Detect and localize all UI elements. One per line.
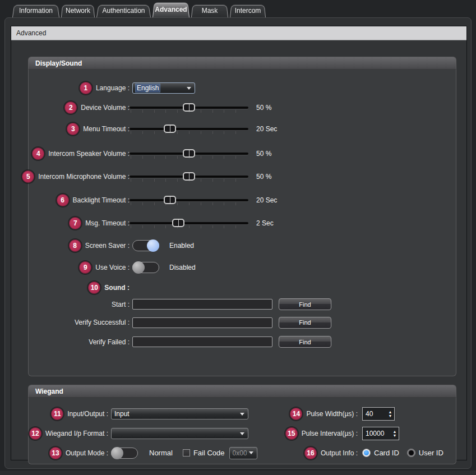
- screen-saver-state: Enabled: [169, 242, 194, 250]
- use-voice-label: Use Voice :: [95, 264, 130, 271]
- start-sound-input[interactable]: [132, 299, 272, 310]
- display-sound-group-body: 1 Language : English 2 Device Volume :: [28, 69, 456, 376]
- slider-track: [130, 222, 248, 224]
- intercom-microphone-volume-slider[interactable]: [130, 170, 248, 183]
- screen-saver-toggle[interactable]: [132, 240, 159, 251]
- wiegand-group-title: Wiegand: [28, 385, 456, 397]
- output-info-options: Card ID User ID: [362, 449, 443, 457]
- pulse-interval-spinner: ▲▼: [362, 427, 399, 440]
- tab-mask[interactable]: Mask: [191, 4, 228, 17]
- fail-code-checkbox[interactable]: [183, 449, 190, 456]
- pulse-interval-row: 15 Pulse Interval(µs) : ▲▼: [284, 423, 456, 443]
- spinner-up-down-icon[interactable]: ▲▼: [391, 427, 399, 440]
- intercom-microphone-volume-label-area: 5 Intercom Microphone Volume :: [29, 170, 130, 183]
- wiegand-left-column: 11 Input/Output : Input 12 Wiega: [29, 404, 284, 464]
- card-id-radio[interactable]: [362, 449, 371, 457]
- msg-timeout-value: 2 Sec: [256, 219, 274, 227]
- intercom-microphone-volume-value: 50 %: [256, 173, 271, 181]
- panel-title: Advanced: [11, 26, 466, 40]
- pulse-width-spinner: ▲▼: [362, 407, 395, 421]
- user-id-option[interactable]: User ID: [407, 449, 443, 457]
- msg-timeout-label-area: 7 Msg. Timeout :: [29, 217, 130, 229]
- use-voice-row: 9 Use Voice : Disabled: [29, 257, 456, 278]
- menu-timeout-label-area: 3 Menu Timeout :: [29, 123, 130, 135]
- fail-code-select[interactable]: 0x00: [229, 447, 257, 459]
- verify-failed-label-area: Verify Failed :: [29, 338, 130, 346]
- tab-authentication[interactable]: Authentication: [96, 4, 151, 17]
- tab-bar: Information Network Authentication Advan…: [0, 0, 476, 17]
- slider-ticks: [131, 225, 247, 228]
- pulse-width-input[interactable]: [363, 408, 386, 420]
- slider-track: [130, 128, 248, 130]
- output-mode-toggle[interactable]: [111, 448, 138, 459]
- start-find-button[interactable]: Find: [279, 298, 331, 310]
- slider-thumb[interactable]: [183, 149, 195, 158]
- output-info-label: Output Info :: [321, 449, 358, 457]
- device-volume-label-area: 2 Device Volume :: [29, 102, 130, 114]
- input-output-row: 11 Input/Output : Input: [29, 404, 284, 423]
- fail-code-label: Fail Code: [193, 449, 225, 457]
- menu-timeout-label: Menu Timeout :: [83, 125, 130, 133]
- slider-thumb[interactable]: [164, 124, 176, 133]
- verify-failed-label: Verify Failed :: [89, 338, 130, 346]
- intercom-microphone-volume-row: 5 Intercom Microphone Volume : 50 %: [29, 165, 456, 188]
- language-label-area: 1 Language :: [29, 82, 130, 94]
- device-volume-row: 2 Device Volume : 50 %: [29, 99, 456, 116]
- slider-thumb[interactable]: [164, 196, 176, 204]
- advanced-panel: Advanced Display/Sound 1 Language : Engl…: [11, 26, 467, 460]
- slider-thumb[interactable]: [183, 103, 195, 112]
- device-volume-slider[interactable]: [130, 102, 248, 114]
- step-badge-13: 13: [49, 447, 62, 459]
- backlight-timeout-slider[interactable]: [130, 194, 248, 206]
- intercom-microphone-volume-label: Intercom Microphone Volume :: [38, 173, 130, 181]
- tab-network[interactable]: Network: [61, 4, 95, 17]
- intercom-speaker-volume-row: 4 Intercom Speaker Volume : 50 %: [29, 142, 456, 165]
- verify-successful-label-area: Verify Successful :: [29, 319, 130, 326]
- intercom-speaker-volume-label: Intercom Speaker Volume :: [48, 150, 130, 158]
- slider-track: [130, 199, 248, 201]
- step-badge-10: 10: [88, 282, 100, 294]
- slider-thumb[interactable]: [183, 172, 195, 181]
- wiegand-format-row: 12 Wiegand I/p Format :: [29, 423, 284, 443]
- input-output-select[interactable]: Input: [111, 408, 248, 419]
- tab-authentication-label: Authentication: [102, 7, 145, 15]
- verify-successful-find-button[interactable]: Find: [279, 317, 331, 329]
- wiegand-format-select[interactable]: [111, 428, 248, 439]
- tab-intercom[interactable]: Intercom: [230, 4, 266, 17]
- pulse-interval-input[interactable]: [363, 427, 391, 440]
- wiegand-right-column: 14 Pulse Width(µs) : ▲▼ 15 Pulse: [284, 404, 456, 464]
- slider-thumb[interactable]: [172, 219, 184, 227]
- menu-timeout-slider[interactable]: [130, 123, 248, 135]
- verify-failed-input[interactable]: [132, 336, 272, 347]
- display-sound-group: Display/Sound 1 Language : English: [28, 57, 456, 376]
- backlight-timeout-row: 6 Backlight Timeout : 20 Sec: [29, 188, 456, 212]
- verify-successful-input[interactable]: [132, 317, 272, 328]
- use-voice-toggle[interactable]: [132, 262, 159, 273]
- step-badge-16: 16: [304, 447, 317, 459]
- spinner-up-down-icon[interactable]: ▲▼: [386, 408, 394, 420]
- language-select[interactable]: English: [132, 82, 195, 94]
- toggle-knob: [147, 239, 159, 252]
- msg-timeout-slider[interactable]: [130, 217, 248, 229]
- intercom-speaker-volume-label-area: 4 Intercom Speaker Volume :: [29, 147, 130, 160]
- chevron-down-icon: [187, 87, 191, 90]
- card-id-option[interactable]: Card ID: [362, 449, 399, 457]
- wiegand-group: Wiegand 11 Input/Output : Input: [28, 385, 456, 464]
- tab-intercom-label: Intercom: [235, 7, 261, 15]
- verify-failed-row: Verify Failed : Find: [29, 334, 456, 350]
- intercom-speaker-volume-slider[interactable]: [130, 147, 248, 160]
- step-badge-12: 12: [29, 427, 41, 440]
- tab-information[interactable]: Information: [12, 4, 59, 17]
- user-id-radio[interactable]: [407, 449, 415, 457]
- pulse-width-label: Pulse Width(µs) :: [306, 410, 358, 418]
- screen-saver-row: 8 Screen Saver : Enabled: [29, 234, 456, 257]
- msg-timeout-label: Msg. Timeout :: [85, 219, 130, 227]
- wiegand-format-label-area: 12 Wiegand I/p Format :: [29, 427, 108, 440]
- user-id-label: User ID: [419, 449, 443, 457]
- step-badge-8: 8: [69, 239, 81, 252]
- start-sound-row: Start : Find: [29, 297, 456, 311]
- use-voice-state: Disabled: [169, 264, 196, 271]
- verify-failed-find-button[interactable]: Find: [279, 336, 331, 348]
- intercom-speaker-volume-value: 50 %: [256, 150, 271, 158]
- tab-advanced[interactable]: Advanced: [152, 1, 190, 17]
